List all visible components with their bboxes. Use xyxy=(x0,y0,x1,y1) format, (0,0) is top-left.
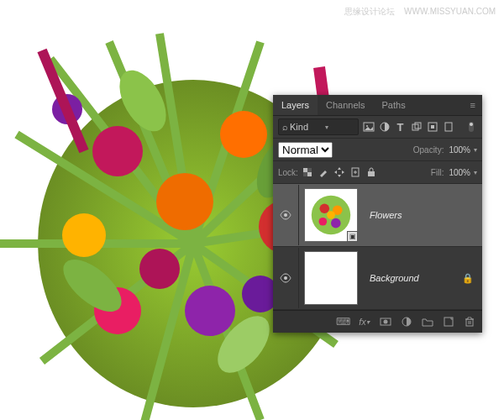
chevron-down-icon[interactable]: ▾ xyxy=(474,146,477,154)
artboard-icon[interactable] xyxy=(442,121,454,134)
mask-icon[interactable] xyxy=(379,316,391,328)
layer-name[interactable]: Flowers xyxy=(370,210,402,220)
layers-panel: Layers Channels Paths ≡ ⌕ ▾ T Normal Opa… xyxy=(273,95,482,333)
svg-rect-28 xyxy=(303,172,307,176)
layer-thumbnail[interactable] xyxy=(304,251,358,305)
watermark: 思缘设计论坛 WWW.MISSYUAN.COM xyxy=(338,5,496,18)
svg-point-40 xyxy=(383,320,387,324)
svg-point-37 xyxy=(327,211,335,219)
eye-icon xyxy=(280,210,291,220)
smart-object-icon: ▣ xyxy=(347,231,358,242)
svg-point-1 xyxy=(92,126,143,176)
svg-point-16 xyxy=(366,125,368,127)
lock-transparent-icon[interactable] xyxy=(302,166,314,179)
visibility-toggle[interactable] xyxy=(273,248,299,308)
svg-rect-27 xyxy=(307,168,312,172)
lock-row: Lock: Fill: 100% ▾ xyxy=(273,160,482,183)
svg-point-38 xyxy=(284,276,287,280)
chevron-down-icon[interactable]: ▾ xyxy=(474,169,477,176)
layer-thumbnail[interactable]: ▣ xyxy=(304,188,358,242)
svg-point-8 xyxy=(139,249,180,289)
svg-point-7 xyxy=(156,173,213,230)
svg-rect-26 xyxy=(307,172,312,176)
svg-rect-21 xyxy=(431,125,434,129)
svg-point-6 xyxy=(62,213,106,257)
search-icon: ⌕ xyxy=(282,122,288,132)
watermark-url: WWW.MISSYUAN.COM xyxy=(404,7,496,16)
svg-point-4 xyxy=(185,286,235,336)
chevron-down-icon: ▾ xyxy=(325,123,328,131)
svg-point-35 xyxy=(331,218,341,228)
layer-row[interactable]: Background 🔒 xyxy=(273,247,482,310)
image-icon[interactable] xyxy=(362,121,375,134)
smart-icon[interactable] xyxy=(426,121,438,134)
svg-point-31 xyxy=(284,213,287,217)
svg-rect-30 xyxy=(368,171,375,176)
svg-rect-43 xyxy=(466,319,473,326)
filter-row: ⌕ ▾ T xyxy=(273,116,482,138)
layer-filter-select[interactable]: ⌕ ▾ xyxy=(278,118,359,135)
lock-brush-icon[interactable] xyxy=(318,166,330,179)
type-icon[interactable]: T xyxy=(394,121,407,134)
shape-icon[interactable] xyxy=(410,121,423,134)
fill-value[interactable]: 100% xyxy=(449,168,470,177)
fx-icon[interactable]: fx▾ xyxy=(358,316,370,328)
eye-icon xyxy=(280,273,291,283)
blend-row: Normal Opacity: 100% ▾ xyxy=(273,138,482,160)
adjustment-icon[interactable] xyxy=(400,316,412,328)
tab-channels[interactable]: Channels xyxy=(318,95,373,115)
lock-icon: 🔒 xyxy=(462,273,474,284)
opacity-label: Opacity: xyxy=(413,145,444,155)
layer-name[interactable]: Background xyxy=(370,273,419,283)
filter-toggle-icon[interactable] xyxy=(465,121,477,134)
watermark-text: 思缘设计论坛 xyxy=(344,7,395,16)
blend-mode-select[interactable]: Normal xyxy=(278,142,333,158)
fill-label: Fill: xyxy=(431,168,444,177)
tab-layers[interactable]: Layers xyxy=(273,95,318,115)
panel-tabs: Layers Channels Paths ≡ xyxy=(273,95,482,116)
svg-point-36 xyxy=(319,218,328,226)
trash-icon[interactable] xyxy=(463,316,475,328)
group-icon[interactable] xyxy=(421,316,433,328)
layer-list: ▣ Flowers Background 🔒 xyxy=(273,183,482,310)
adjust-icon[interactable] xyxy=(378,121,391,134)
lock-artboard-icon[interactable] xyxy=(349,166,362,179)
tab-paths[interactable]: Paths xyxy=(374,95,414,115)
svg-rect-22 xyxy=(445,123,452,131)
panel-footer: ⌨ fx▾ xyxy=(273,310,482,333)
panel-menu-icon[interactable]: ≡ xyxy=(464,100,482,110)
layer-row[interactable]: ▣ Flowers xyxy=(273,184,482,247)
svg-rect-25 xyxy=(303,168,307,172)
svg-point-33 xyxy=(319,203,329,213)
filter-input[interactable] xyxy=(288,121,325,133)
link-icon[interactable]: ⌨ xyxy=(337,316,349,328)
lock-all-icon[interactable] xyxy=(365,166,378,179)
lock-label: Lock: xyxy=(278,168,298,177)
lock-move-icon[interactable] xyxy=(333,166,346,179)
opacity-value[interactable]: 100% xyxy=(449,145,470,155)
svg-point-2 xyxy=(220,111,267,158)
new-layer-icon[interactable] xyxy=(442,316,454,328)
svg-point-24 xyxy=(470,123,473,126)
visibility-toggle[interactable] xyxy=(273,185,299,245)
